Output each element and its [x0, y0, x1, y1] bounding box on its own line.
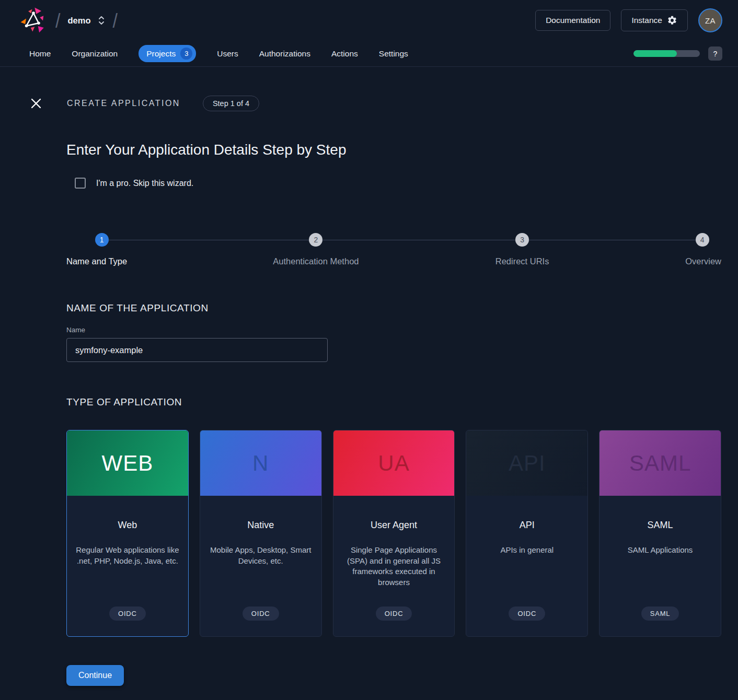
documentation-label: Documentation [546, 16, 600, 25]
stepper-labels: Name and Type Authentication Method Redi… [66, 256, 721, 268]
card-user-agent-letter: UA [378, 451, 409, 476]
step-label-redirect-uris: Redirect URIs [495, 256, 549, 266]
nav-item-settings[interactable]: Settings [379, 49, 408, 59]
project-name: demo [67, 16, 90, 26]
chevron-updown-icon [98, 15, 105, 26]
card-web-title: Web [118, 520, 137, 531]
close-icon [30, 97, 42, 110]
card-app-type-web[interactable]: WEB Web Regular Web applications like .n… [66, 430, 189, 637]
create-application-panel: CREATE APPLICATION Step 1 of 4 Enter You… [0, 96, 738, 686]
avatar-initials: ZA [705, 16, 716, 25]
card-user-agent-protocol-badge: OIDC [376, 606, 412, 621]
card-app-type-saml[interactable]: SAML SAML SAML Applications SAML [599, 430, 721, 637]
step-circle-1: 1 [95, 233, 109, 247]
nav-item-authorizations[interactable]: Authorizations [259, 49, 310, 59]
card-api-header: API [466, 430, 587, 496]
card-app-type-user-agent[interactable]: UA User Agent Single Page Applications (… [333, 430, 455, 637]
card-api-description: APIs in general [500, 545, 554, 556]
card-native-letter: N [252, 451, 269, 476]
step-circle-2: 2 [309, 233, 322, 247]
gear-icon [667, 15, 677, 26]
card-web-protocol-badge: OIDC [109, 606, 146, 621]
card-app-type-native[interactable]: N Native Mobile Apps, Desktop, Smart Dev… [200, 430, 322, 637]
user-avatar[interactable]: ZA [698, 8, 722, 32]
step-circle-3: 3 [515, 233, 529, 247]
application-name-input[interactable] [66, 338, 328, 362]
step-label-overview: Overview [685, 256, 721, 266]
skip-wizard-label[interactable]: I'm a pro. Skip this wizard. [96, 179, 193, 188]
usage-progress-fill [633, 50, 677, 57]
step-indicator-badge: Step 1 of 4 [203, 96, 259, 111]
wizard-stepper: 1 2 3 4 [66, 233, 721, 247]
step-circle-4: 4 [696, 233, 709, 247]
nav-item-actions[interactable]: Actions [331, 49, 358, 59]
card-saml-letter: SAML [629, 451, 691, 476]
projects-count-badge: 3 [180, 48, 192, 60]
instance-button[interactable]: Instance [621, 9, 688, 31]
skip-wizard-row: I'm a pro. Skip this wizard. [75, 178, 721, 189]
card-saml-description: SAML Applications [628, 545, 693, 556]
nav-item-projects-label: Projects [146, 49, 176, 59]
card-user-agent-description: Single Page Applications (SPA) and in ge… [340, 545, 448, 588]
close-button[interactable] [30, 97, 42, 110]
skip-wizard-checkbox[interactable] [75, 178, 86, 189]
breadcrumb-separator: / [112, 9, 117, 32]
nav-item-home[interactable]: Home [29, 49, 51, 59]
card-saml-title: SAML [648, 520, 673, 531]
card-native-title: Native [247, 520, 274, 531]
card-native-header: N [200, 430, 321, 496]
card-native-protocol-badge: OIDC [243, 606, 279, 621]
name-field-label: Name [66, 326, 721, 334]
step-label-name-and-type: Name and Type [66, 256, 127, 266]
top-bar: / demo / Documentation Instance ZA [0, 0, 738, 41]
card-saml-header: SAML [599, 430, 721, 496]
help-button[interactable]: ? [708, 46, 722, 61]
continue-button[interactable]: Continue [66, 665, 124, 686]
project-switcher[interactable]: demo [67, 15, 105, 26]
page-title: Enter Your Application Details Step by S… [66, 142, 721, 158]
nav-item-organization[interactable]: Organization [72, 49, 118, 59]
main-nav: Home Organization Projects 3 Users Autho… [0, 41, 738, 67]
card-saml-protocol-badge: SAML [641, 606, 679, 621]
card-web-header: WEB [67, 430, 188, 496]
application-type-cards: WEB Web Regular Web applications like .n… [66, 430, 721, 637]
card-api-title: API [520, 520, 535, 531]
wizard-kicker: CREATE APPLICATION [67, 99, 180, 108]
card-web-letter: WEB [102, 451, 154, 476]
nav-item-projects[interactable]: Projects 3 [139, 45, 196, 62]
card-api-letter: API [509, 451, 546, 476]
stepper-line [102, 240, 702, 240]
nav-item-users[interactable]: Users [217, 49, 238, 59]
top-bar-actions: Documentation Instance ZA [535, 8, 722, 32]
card-api-protocol-badge: OIDC [509, 606, 545, 621]
section-name-of-application: NAME OF THE APPLICATION [66, 302, 721, 314]
step-label-authentication-method: Authentication Method [273, 256, 359, 266]
card-user-agent-header: UA [333, 430, 455, 496]
section-type-of-application: TYPE OF APPLICATION [66, 396, 721, 408]
card-native-description: Mobile Apps, Desktop, Smart Devices, etc… [207, 545, 315, 566]
card-user-agent-title: User Agent [371, 520, 417, 531]
card-app-type-api[interactable]: API API APIs in general OIDC [466, 430, 588, 637]
instance-label: Instance [631, 16, 662, 25]
card-web-description: Regular Web applications like .net, PHP,… [74, 545, 181, 566]
zitadel-logo-icon[interactable] [19, 6, 48, 35]
breadcrumb-separator: / [55, 9, 60, 32]
documentation-button[interactable]: Documentation [535, 10, 610, 31]
usage-progress-bar [633, 50, 700, 57]
